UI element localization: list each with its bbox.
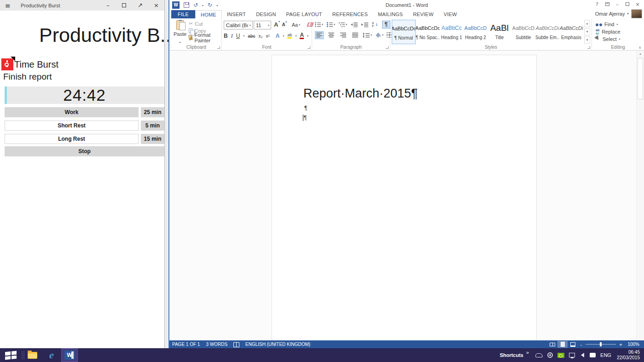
document-area[interactable]: Report·March·2015¶ ¶ ¶ (169, 51, 644, 340)
highlight-button[interactable]: ab (287, 33, 292, 39)
notification-icon[interactable] (590, 353, 596, 357)
close-button[interactable]: × (148, 2, 164, 9)
user-avatar[interactable] (631, 9, 642, 18)
read-mode-button[interactable] (547, 341, 557, 348)
font-color-button[interactable]: A (300, 33, 304, 39)
styles-scroll-down-button[interactable]: ▼ (584, 28, 590, 35)
styles-dialog-launcher[interactable] (587, 46, 590, 49)
zoom-slider-thumb[interactable] (600, 342, 602, 346)
word-minimize-button[interactable]: – (613, 1, 621, 8)
paste-button[interactable]: Paste ▾ (173, 20, 187, 45)
change-case-button[interactable]: Aa▾ (292, 22, 300, 28)
tab-page-layout[interactable]: PAGE LAYOUT (281, 10, 327, 18)
zoom-level[interactable]: 100% (627, 342, 639, 347)
word-close-button[interactable]: × (633, 1, 642, 8)
file-explorer-button[interactable] (25, 348, 39, 362)
work-duration-badge[interactable]: 25 min (141, 107, 164, 117)
line-spacing-button[interactable]: ▾ (363, 33, 372, 38)
styles-scroll-up-button[interactable]: ▲ (584, 20, 590, 27)
work-button[interactable]: Work (5, 107, 139, 117)
ribbon-display-options-button[interactable] (603, 1, 611, 8)
style-subtitle[interactable]: AaBbCcD Subtitle (511, 20, 535, 44)
web-layout-button[interactable] (568, 341, 578, 348)
cut-button[interactable]: ✂ Cut (189, 20, 221, 27)
account-signin[interactable]: Omar Ajerray ▾ (595, 9, 642, 18)
print-layout-button[interactable] (557, 341, 568, 348)
shortcuts-toolbar[interactable]: Shortcuts (500, 352, 523, 358)
sort-button[interactable]: AZ ↓ (372, 22, 378, 27)
font-color-caret[interactable]: ▾ (307, 34, 308, 37)
subscript-button[interactable]: x₂ (258, 34, 262, 39)
document-page[interactable]: Report·March·2015¶ ¶ ¶ (272, 55, 537, 340)
tab-insert[interactable]: INSERT (222, 10, 251, 18)
find-button[interactable]: Find ▾ (596, 21, 618, 28)
style-heading-2[interactable]: AaBbCcD Heading 2 (464, 20, 487, 44)
network-icon[interactable] (569, 353, 575, 357)
zoom-out-button[interactable]: - (578, 342, 584, 347)
document-heading-text[interactable]: Report·March·2015¶ (303, 86, 418, 101)
grow-font-button[interactable]: A▲ (274, 21, 278, 28)
align-left-button[interactable] (315, 31, 324, 39)
font-family-combo[interactable]: Calibri (Body ▾ (224, 21, 253, 29)
italic-button[interactable]: I (231, 33, 233, 40)
styles-more-button[interactable]: ▼ (584, 36, 590, 44)
replace-button[interactable]: abac Replace (596, 28, 621, 35)
word-taskbar-button[interactable]: W (61, 348, 78, 362)
increase-indent-button[interactable] (361, 22, 368, 27)
internet-explorer-button[interactable]: e (45, 348, 58, 362)
strikethrough-button[interactable]: abc (248, 34, 255, 39)
underline-caret[interactable]: ▾ (243, 34, 244, 37)
zoom-in-button[interactable]: + (617, 342, 624, 347)
word-maximize-button[interactable] (623, 1, 632, 8)
expand-button[interactable]: ↗ (132, 2, 148, 9)
short-rest-duration-badge[interactable]: 5 min (141, 121, 164, 131)
align-right-button[interactable] (339, 31, 348, 39)
style-heading-1[interactable]: AaBbCc Heading 1 (440, 20, 464, 44)
steam-icon[interactable] (547, 352, 553, 358)
tab-review[interactable]: REVIEW (408, 10, 439, 18)
font-size-combo[interactable]: 11 ▾ (254, 21, 271, 29)
bullet-list-button[interactable]: ▾ (315, 22, 323, 27)
vertical-scrollbar[interactable]: ▲ (636, 51, 644, 340)
page-indicator[interactable]: PAGE 1 OF 1 (172, 342, 200, 347)
decrease-indent-button[interactable] (351, 22, 358, 27)
justify-button[interactable] (351, 31, 360, 39)
minimize-button[interactable]: – (100, 2, 116, 9)
tab-design[interactable]: DESIGN (251, 10, 281, 18)
style-subtle-emphasis[interactable]: AaBbCcDi Subtle Em... (535, 20, 559, 44)
multilevel-list-button[interactable]: ▾ (339, 22, 347, 27)
maximize-button[interactable] (116, 2, 132, 9)
onedrive-cloud-icon[interactable] (535, 353, 543, 357)
style-no-spacing[interactable]: AaBbCcDc ¶ No Spac... (416, 20, 440, 44)
select-button[interactable]: Select ▾ (596, 35, 621, 42)
numbered-list-button[interactable]: ▾ (327, 22, 335, 27)
tab-mailings[interactable]: MAILINGS (373, 10, 408, 18)
zoom-slider[interactable] (586, 344, 616, 345)
long-rest-button[interactable]: Long Rest (5, 134, 139, 144)
hamburger-menu-icon[interactable]: ≡ (5, 2, 15, 9)
stop-button[interactable]: Stop (5, 146, 164, 156)
style-title[interactable]: AaBl Title (487, 20, 511, 44)
clipboard-dialog-launcher[interactable] (217, 46, 220, 49)
paragraph-dialog-launcher[interactable] (386, 46, 389, 49)
scrollbar-thumb[interactable] (638, 58, 643, 99)
style-normal[interactable]: AaBbCcDc ¶ Normal (392, 20, 416, 44)
start-button[interactable] (5, 351, 17, 360)
nvidia-icon[interactable] (557, 353, 564, 358)
shortcuts-chevron[interactable]: » (526, 350, 529, 355)
show-hide-marks-button[interactable]: ¶ (382, 21, 390, 29)
align-center-button[interactable] (327, 31, 336, 39)
language-switcher[interactable]: ENG (600, 352, 611, 358)
shading-button[interactable]: ▾ (375, 33, 383, 38)
shrink-font-button[interactable]: A▼ (282, 22, 285, 27)
tab-file[interactable]: FILE (171, 10, 195, 18)
font-dialog-launcher[interactable] (307, 46, 310, 49)
proofing-icon[interactable] (233, 342, 239, 347)
style-emphasis[interactable]: AaBbCcDi Emphasis (559, 20, 583, 44)
text-effects-button[interactable]: A (276, 33, 280, 39)
volume-icon[interactable] (580, 353, 585, 357)
tab-references[interactable]: REFERENCES (327, 10, 373, 18)
short-rest-button[interactable]: Short Rest (5, 121, 139, 131)
tab-view[interactable]: VIEW (439, 10, 462, 18)
paragraph-mark-1[interactable]: ¶ (304, 105, 307, 111)
